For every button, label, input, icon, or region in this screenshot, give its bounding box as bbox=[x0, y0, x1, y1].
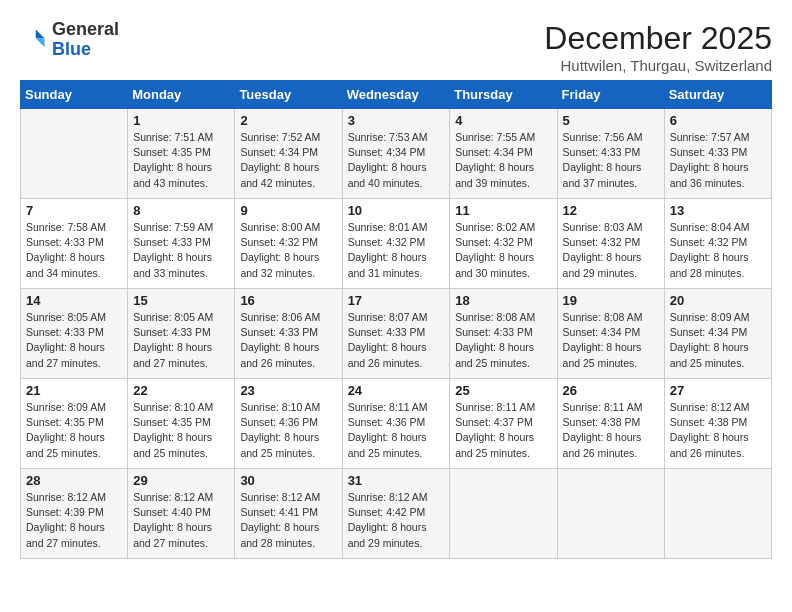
day-number: 6 bbox=[670, 113, 766, 128]
weekday-header: Friday bbox=[557, 81, 664, 109]
day-number: 29 bbox=[133, 473, 229, 488]
day-number: 3 bbox=[348, 113, 445, 128]
logo-text: General Blue bbox=[52, 20, 119, 60]
weekday-header: Sunday bbox=[21, 81, 128, 109]
day-number: 11 bbox=[455, 203, 551, 218]
calendar-cell: 19Sunrise: 8:08 AM Sunset: 4:34 PM Dayli… bbox=[557, 289, 664, 379]
day-number: 21 bbox=[26, 383, 122, 398]
day-info: Sunrise: 7:53 AM Sunset: 4:34 PM Dayligh… bbox=[348, 130, 445, 191]
day-number: 19 bbox=[563, 293, 659, 308]
day-info: Sunrise: 8:08 AM Sunset: 4:33 PM Dayligh… bbox=[455, 310, 551, 371]
day-number: 2 bbox=[240, 113, 336, 128]
svg-marker-1 bbox=[36, 38, 45, 47]
weekday-header: Tuesday bbox=[235, 81, 342, 109]
day-info: Sunrise: 8:12 AM Sunset: 4:39 PM Dayligh… bbox=[26, 490, 122, 551]
calendar-cell bbox=[664, 469, 771, 559]
day-number: 8 bbox=[133, 203, 229, 218]
weekday-header: Wednesday bbox=[342, 81, 450, 109]
weekday-header: Thursday bbox=[450, 81, 557, 109]
day-number: 28 bbox=[26, 473, 122, 488]
day-info: Sunrise: 8:08 AM Sunset: 4:34 PM Dayligh… bbox=[563, 310, 659, 371]
calendar-table: SundayMondayTuesdayWednesdayThursdayFrid… bbox=[20, 80, 772, 559]
day-number: 1 bbox=[133, 113, 229, 128]
logo: General Blue bbox=[20, 20, 119, 60]
day-number: 20 bbox=[670, 293, 766, 308]
day-info: Sunrise: 8:10 AM Sunset: 4:36 PM Dayligh… bbox=[240, 400, 336, 461]
day-info: Sunrise: 8:12 AM Sunset: 4:40 PM Dayligh… bbox=[133, 490, 229, 551]
calendar-cell: 6Sunrise: 7:57 AM Sunset: 4:33 PM Daylig… bbox=[664, 109, 771, 199]
calendar-cell: 30Sunrise: 8:12 AM Sunset: 4:41 PM Dayli… bbox=[235, 469, 342, 559]
day-info: Sunrise: 7:57 AM Sunset: 4:33 PM Dayligh… bbox=[670, 130, 766, 191]
svg-marker-0 bbox=[36, 29, 45, 38]
location: Huttwilen, Thurgau, Switzerland bbox=[544, 57, 772, 74]
day-info: Sunrise: 7:58 AM Sunset: 4:33 PM Dayligh… bbox=[26, 220, 122, 281]
calendar-cell: 5Sunrise: 7:56 AM Sunset: 4:33 PM Daylig… bbox=[557, 109, 664, 199]
calendar-cell: 15Sunrise: 8:05 AM Sunset: 4:33 PM Dayli… bbox=[128, 289, 235, 379]
day-number: 13 bbox=[670, 203, 766, 218]
day-info: Sunrise: 8:05 AM Sunset: 4:33 PM Dayligh… bbox=[26, 310, 122, 371]
calendar-cell: 28Sunrise: 8:12 AM Sunset: 4:39 PM Dayli… bbox=[21, 469, 128, 559]
weekday-header: Monday bbox=[128, 81, 235, 109]
day-info: Sunrise: 7:51 AM Sunset: 4:35 PM Dayligh… bbox=[133, 130, 229, 191]
day-number: 16 bbox=[240, 293, 336, 308]
day-number: 25 bbox=[455, 383, 551, 398]
calendar-cell: 4Sunrise: 7:55 AM Sunset: 4:34 PM Daylig… bbox=[450, 109, 557, 199]
calendar-cell: 27Sunrise: 8:12 AM Sunset: 4:38 PM Dayli… bbox=[664, 379, 771, 469]
day-info: Sunrise: 8:03 AM Sunset: 4:32 PM Dayligh… bbox=[563, 220, 659, 281]
day-number: 31 bbox=[348, 473, 445, 488]
calendar-week-row: 1Sunrise: 7:51 AM Sunset: 4:35 PM Daylig… bbox=[21, 109, 772, 199]
day-number: 9 bbox=[240, 203, 336, 218]
calendar-cell: 13Sunrise: 8:04 AM Sunset: 4:32 PM Dayli… bbox=[664, 199, 771, 289]
month-year: December 2025 bbox=[544, 20, 772, 57]
calendar-cell: 12Sunrise: 8:03 AM Sunset: 4:32 PM Dayli… bbox=[557, 199, 664, 289]
calendar-cell: 8Sunrise: 7:59 AM Sunset: 4:33 PM Daylig… bbox=[128, 199, 235, 289]
day-info: Sunrise: 8:06 AM Sunset: 4:33 PM Dayligh… bbox=[240, 310, 336, 371]
calendar-cell: 29Sunrise: 8:12 AM Sunset: 4:40 PM Dayli… bbox=[128, 469, 235, 559]
calendar-cell: 3Sunrise: 7:53 AM Sunset: 4:34 PM Daylig… bbox=[342, 109, 450, 199]
day-info: Sunrise: 8:12 AM Sunset: 4:41 PM Dayligh… bbox=[240, 490, 336, 551]
calendar-cell: 10Sunrise: 8:01 AM Sunset: 4:32 PM Dayli… bbox=[342, 199, 450, 289]
calendar-cell: 20Sunrise: 8:09 AM Sunset: 4:34 PM Dayli… bbox=[664, 289, 771, 379]
day-number: 14 bbox=[26, 293, 122, 308]
day-info: Sunrise: 8:11 AM Sunset: 4:37 PM Dayligh… bbox=[455, 400, 551, 461]
day-info: Sunrise: 8:00 AM Sunset: 4:32 PM Dayligh… bbox=[240, 220, 336, 281]
day-info: Sunrise: 8:11 AM Sunset: 4:38 PM Dayligh… bbox=[563, 400, 659, 461]
weekday-header: Saturday bbox=[664, 81, 771, 109]
day-info: Sunrise: 8:10 AM Sunset: 4:35 PM Dayligh… bbox=[133, 400, 229, 461]
calendar-cell: 7Sunrise: 7:58 AM Sunset: 4:33 PM Daylig… bbox=[21, 199, 128, 289]
title-block: December 2025 Huttwilen, Thurgau, Switze… bbox=[544, 20, 772, 74]
calendar-cell: 21Sunrise: 8:09 AM Sunset: 4:35 PM Dayli… bbox=[21, 379, 128, 469]
calendar-header-row: SundayMondayTuesdayWednesdayThursdayFrid… bbox=[21, 81, 772, 109]
day-info: Sunrise: 8:12 AM Sunset: 4:42 PM Dayligh… bbox=[348, 490, 445, 551]
day-info: Sunrise: 8:09 AM Sunset: 4:35 PM Dayligh… bbox=[26, 400, 122, 461]
calendar-cell: 25Sunrise: 8:11 AM Sunset: 4:37 PM Dayli… bbox=[450, 379, 557, 469]
day-info: Sunrise: 8:07 AM Sunset: 4:33 PM Dayligh… bbox=[348, 310, 445, 371]
calendar-cell: 22Sunrise: 8:10 AM Sunset: 4:35 PM Dayli… bbox=[128, 379, 235, 469]
day-info: Sunrise: 7:55 AM Sunset: 4:34 PM Dayligh… bbox=[455, 130, 551, 191]
calendar-cell: 31Sunrise: 8:12 AM Sunset: 4:42 PM Dayli… bbox=[342, 469, 450, 559]
day-number: 15 bbox=[133, 293, 229, 308]
day-info: Sunrise: 8:12 AM Sunset: 4:38 PM Dayligh… bbox=[670, 400, 766, 461]
calendar-week-row: 7Sunrise: 7:58 AM Sunset: 4:33 PM Daylig… bbox=[21, 199, 772, 289]
calendar-cell: 1Sunrise: 7:51 AM Sunset: 4:35 PM Daylig… bbox=[128, 109, 235, 199]
day-number: 30 bbox=[240, 473, 336, 488]
day-info: Sunrise: 8:04 AM Sunset: 4:32 PM Dayligh… bbox=[670, 220, 766, 281]
calendar-cell: 2Sunrise: 7:52 AM Sunset: 4:34 PM Daylig… bbox=[235, 109, 342, 199]
day-info: Sunrise: 8:11 AM Sunset: 4:36 PM Dayligh… bbox=[348, 400, 445, 461]
logo-general: General bbox=[52, 19, 119, 39]
day-info: Sunrise: 7:52 AM Sunset: 4:34 PM Dayligh… bbox=[240, 130, 336, 191]
calendar-cell bbox=[450, 469, 557, 559]
day-number: 17 bbox=[348, 293, 445, 308]
day-number: 22 bbox=[133, 383, 229, 398]
day-info: Sunrise: 8:09 AM Sunset: 4:34 PM Dayligh… bbox=[670, 310, 766, 371]
day-number: 7 bbox=[26, 203, 122, 218]
day-info: Sunrise: 7:56 AM Sunset: 4:33 PM Dayligh… bbox=[563, 130, 659, 191]
calendar-week-row: 21Sunrise: 8:09 AM Sunset: 4:35 PM Dayli… bbox=[21, 379, 772, 469]
day-number: 24 bbox=[348, 383, 445, 398]
calendar-cell bbox=[21, 109, 128, 199]
day-number: 4 bbox=[455, 113, 551, 128]
calendar-cell: 26Sunrise: 8:11 AM Sunset: 4:38 PM Dayli… bbox=[557, 379, 664, 469]
calendar-week-row: 14Sunrise: 8:05 AM Sunset: 4:33 PM Dayli… bbox=[21, 289, 772, 379]
page-header: General Blue December 2025 Huttwilen, Th… bbox=[20, 20, 772, 74]
day-number: 10 bbox=[348, 203, 445, 218]
